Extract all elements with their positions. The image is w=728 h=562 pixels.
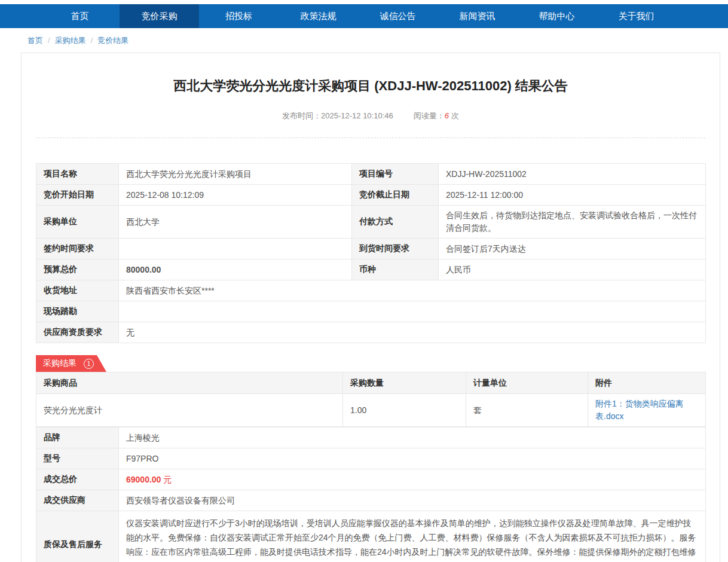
product-name: 荧光分光光度计 bbox=[36, 394, 343, 427]
header-quantity: 采购数量 bbox=[343, 372, 466, 394]
project-info-table: 项目名称 西北大学荧光分光光度计采购项目 项目编号 XDJJ-HW-202511… bbox=[36, 163, 706, 343]
project-number-label: 项目编号 bbox=[352, 164, 439, 185]
goods-table: 采购商品 采购数量 计量单位 附件 荧光分光光度计 1.00 套 附件1：货物类… bbox=[36, 372, 706, 427]
warranty-service-value: 仪器安装调试时应进行不少于3小时的现场培训，受培训人员应能掌握仪器的基本操作及简… bbox=[119, 511, 706, 562]
project-name-value: 西北大学荧光分光光度计采购项目 bbox=[119, 164, 352, 185]
signing-time-label: 签约时间要求 bbox=[36, 239, 119, 259]
article-meta: 发布时间：2025-12-12 10:10:46阅读量：6次 bbox=[36, 111, 705, 121]
site-survey-label: 现场踏勘 bbox=[36, 301, 119, 322]
nav-item-bidding-purchase[interactable]: 竞价采购 bbox=[120, 4, 199, 28]
detail-row-brand: 品牌 上海棱光 bbox=[36, 427, 706, 448]
signing-time-value bbox=[119, 239, 352, 259]
views-count: 6 bbox=[445, 111, 449, 120]
deal-price-unit: 元 bbox=[163, 475, 172, 484]
breadcrumb-link-purchase-results[interactable]: 采购结果 bbox=[55, 35, 86, 46]
header-product: 采购商品 bbox=[36, 372, 343, 394]
breadcrumb: 首页 / 采购结果 / 竞价结果 bbox=[0, 28, 728, 53]
nav-item-integrity-notice[interactable]: 诚信公告 bbox=[358, 4, 438, 28]
header-attachment: 附件 bbox=[588, 372, 706, 394]
bidding-start-label: 竞价开始日期 bbox=[36, 185, 119, 206]
bidding-deadline-label: 竞价截止日期 bbox=[352, 185, 439, 206]
budget-total-value: 80000.00 bbox=[119, 259, 352, 280]
tab-purchase-result-label: 采购结果 bbox=[43, 358, 77, 369]
detail-row-supplier: 成交供应商 西安领导者仪器设备有限公司 bbox=[36, 490, 706, 511]
nav-item-home[interactable]: 首页 bbox=[40, 4, 120, 28]
goods-header-row: 采购商品 采购数量 计量单位 附件 bbox=[36, 372, 706, 394]
purchaser-label: 采购单位 bbox=[36, 206, 119, 239]
views-label: 阅读量： bbox=[414, 111, 445, 120]
winning-supplier-value: 西安领导者仪器设备有限公司 bbox=[119, 490, 706, 511]
product-unit: 套 bbox=[466, 394, 588, 427]
content-card: 西北大学荧光分光光度计采购项目 (XDJJ-HW-202511002) 结果公告… bbox=[21, 53, 720, 562]
deal-price-label: 成交总价 bbox=[36, 469, 119, 490]
site-survey-value bbox=[119, 301, 706, 322]
page-title: 西北大学荧光分光光度计采购项目 (XDJJ-HW-202511002) 结果公告 bbox=[36, 77, 705, 95]
currency-value: 人民币 bbox=[439, 259, 706, 280]
warranty-service-label: 质保及售后服务 bbox=[36, 511, 119, 562]
purchaser-value: 西北大学 bbox=[119, 206, 352, 239]
info-row: 预算总价 80000.00 币种 人民币 bbox=[36, 259, 706, 280]
breadcrumb-link-bidding-results[interactable]: 竞价结果 bbox=[97, 35, 129, 46]
currency-label: 币种 bbox=[352, 259, 439, 280]
budget-total-label: 预算总价 bbox=[36, 259, 119, 280]
supplier-qualification-value: 无 bbox=[119, 322, 706, 343]
info-row: 收货地址 陕西省西安市长安区**** bbox=[36, 280, 706, 301]
nav-item-news[interactable]: 新闻资讯 bbox=[438, 4, 517, 28]
info-row: 项目名称 西北大学荧光分光光度计采购项目 项目编号 XDJJ-HW-202511… bbox=[36, 164, 706, 185]
breadcrumb-link-home[interactable]: 首页 bbox=[27, 35, 43, 46]
top-nav: 首页 竞价采购 招投标 政策法规 诚信公告 新闻资讯 帮助中心 关于我们 bbox=[0, 4, 728, 28]
nav-item-about-us[interactable]: 关于我们 bbox=[597, 4, 676, 28]
detail-row-deal-price: 成交总价 69000.00 元 bbox=[36, 469, 706, 490]
info-row: 采购单位 西北大学 付款方式 合同生效后，待货物到达指定地点、安装调试验收合格后… bbox=[36, 206, 706, 239]
info-row: 竞价开始日期 2025-12-08 10:12:09 竞价截止日期 2025-1… bbox=[36, 185, 706, 206]
brand-value: 上海棱光 bbox=[119, 427, 706, 448]
delivery-time-value: 合同签订后7天内送达 bbox=[439, 239, 706, 259]
model-label: 型号 bbox=[36, 448, 119, 469]
attachment-link[interactable]: 附件1：货物类响应偏离表.docx bbox=[595, 399, 684, 421]
nav-item-policy[interactable]: 政策法规 bbox=[279, 4, 358, 28]
publish-time-label: 发布时间： bbox=[282, 111, 321, 120]
product-quantity: 1.00 bbox=[343, 394, 466, 427]
model-value: F97PRO bbox=[119, 448, 706, 469]
nav-item-tender[interactable]: 招投标 bbox=[199, 4, 279, 28]
brand-label: 品牌 bbox=[36, 427, 119, 448]
header-unit: 计量单位 bbox=[466, 372, 588, 394]
deal-detail-table: 品牌 上海棱光 型号 F97PRO 成交总价 69000.00 元 成交供应商 … bbox=[36, 427, 706, 562]
info-row: 签约时间要求 到货时间要求 合同签订后7天内送达 bbox=[36, 239, 706, 259]
payment-method-value: 合同生效后，待货物到达指定地点、安装调试验收合格后，一次性付清合同货款。 bbox=[439, 206, 706, 239]
tab-purchase-result[interactable]: 采购结果 1 bbox=[36, 355, 106, 372]
info-row: 现场踏勘 bbox=[36, 301, 706, 322]
winning-supplier-label: 成交供应商 bbox=[36, 490, 119, 511]
project-name-label: 项目名称 bbox=[36, 164, 119, 185]
info-row: 供应商资质要求 无 bbox=[36, 322, 706, 343]
detail-row-warranty: 质保及售后服务 仪器安装调试时应进行不少于3小时的现场培训，受培训人员应能掌握仪… bbox=[36, 511, 706, 562]
goods-row: 荧光分光光度计 1.00 套 附件1：货物类响应偏离表.docx bbox=[36, 394, 706, 427]
detail-row-model: 型号 F97PRO bbox=[36, 448, 706, 469]
bidding-start-value: 2025-12-08 10:12:09 bbox=[119, 185, 352, 206]
views-unit: 次 bbox=[451, 111, 459, 120]
result-count-badge: 1 bbox=[84, 359, 94, 369]
bidding-deadline-value: 2025-12-11 12:00:00 bbox=[439, 185, 706, 206]
breadcrumb-separator: / bbox=[48, 36, 50, 45]
dashed-divider bbox=[36, 138, 705, 138]
nav-item-help-center[interactable]: 帮助中心 bbox=[517, 4, 597, 28]
payment-method-label: 付款方式 bbox=[352, 206, 439, 239]
delivery-address-label: 收货地址 bbox=[36, 280, 119, 301]
delivery-address-value: 陕西省西安市长安区**** bbox=[119, 280, 706, 301]
supplier-qualification-label: 供应商资质要求 bbox=[36, 322, 119, 343]
breadcrumb-separator: / bbox=[91, 36, 93, 45]
delivery-time-label: 到货时间要求 bbox=[352, 239, 439, 259]
deal-price-value: 69000.00 bbox=[126, 475, 161, 484]
publish-time-value: 2025-12-12 10:10:46 bbox=[321, 111, 393, 120]
project-number-value: XDJJ-HW-202511002 bbox=[439, 164, 706, 185]
